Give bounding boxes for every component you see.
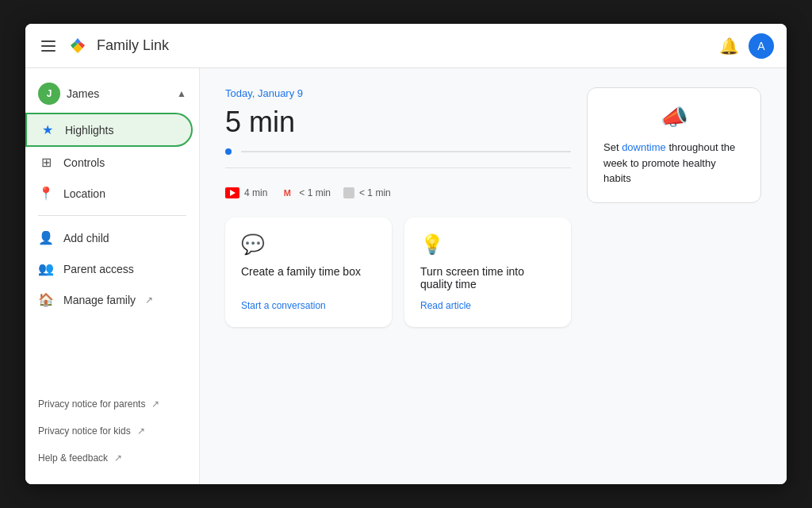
app-title: Family Link xyxy=(97,37,169,54)
suggestion-cards: 💬 Create a family time box Start a conve… xyxy=(225,217,571,327)
sidebar-divider xyxy=(38,215,186,216)
location-label: Location xyxy=(63,187,105,200)
privacy-parents-label: Privacy notice for parents xyxy=(38,398,145,410)
sidebar-help-feedback[interactable]: Help & feedback ↗ xyxy=(25,444,199,471)
content-left: Today, January 9 5 min 4 min xyxy=(225,87,571,340)
screen-time-quality-icon: 💡 xyxy=(420,233,555,256)
tip-card-text: Set downtime throughout the week to prom… xyxy=(603,140,745,187)
family-time-box-action[interactable]: Start a conversation xyxy=(241,300,376,311)
notification-bell-icon[interactable]: 🔔 xyxy=(719,37,739,56)
sidebar-item-add-child[interactable]: 👤 Add child xyxy=(25,222,193,253)
gmail-usage: M < 1 min xyxy=(280,187,331,198)
highlights-icon: ★ xyxy=(40,122,56,137)
sidebar-item-location[interactable]: 📍 Location xyxy=(25,178,193,209)
family-time-box-card: 💬 Create a family time box Start a conve… xyxy=(225,217,392,327)
privacy-kids-label: Privacy notice for kids xyxy=(38,425,131,437)
other-time: < 1 min xyxy=(359,187,391,198)
top-bar-left: Family Link xyxy=(38,37,719,56)
gmail-time: < 1 min xyxy=(299,187,331,198)
app-window: Family Link 🔔 A J James ▲ ★ Highlights ⊞… xyxy=(25,24,787,484)
sidebar-item-highlights[interactable]: ★ Highlights xyxy=(25,113,193,147)
manage-family-label: Manage family xyxy=(63,294,136,306)
screen-time-quality-action[interactable]: Read article xyxy=(420,300,555,311)
james-avatar: J xyxy=(38,83,60,105)
help-label: Help & feedback xyxy=(38,452,108,464)
sidebar-privacy-kids[interactable]: Privacy notice for kids ↗ xyxy=(25,418,199,444)
youtube-icon xyxy=(225,187,239,198)
tip-card-megaphone-icon: 📣 xyxy=(603,104,745,130)
content-date: Today, January 9 xyxy=(225,87,571,99)
sidebar-item-manage-family[interactable]: 🏠 Manage family ↗ xyxy=(25,284,193,315)
parent-access-label: Parent access xyxy=(63,263,134,275)
james-name: James xyxy=(67,87,170,100)
family-time-box-icon: 💬 xyxy=(241,233,376,256)
privacy-parents-external-icon: ↗ xyxy=(151,398,159,410)
screen-time-quality-title: Turn screen time into quality time xyxy=(420,265,555,291)
privacy-kids-external-icon: ↗ xyxy=(137,425,145,437)
sidebar-item-controls[interactable]: ⊞ Controls xyxy=(25,147,193,178)
manage-family-external-link-icon: ↗ xyxy=(145,294,153,306)
screen-time-quality-card: 💡 Turn screen time into quality time Rea… xyxy=(404,217,571,327)
highlights-label: Highlights xyxy=(65,124,113,137)
location-icon: 📍 xyxy=(38,186,54,201)
add-child-label: Add child xyxy=(63,232,109,244)
youtube-time: 4 min xyxy=(244,187,267,198)
controls-icon: ⊞ xyxy=(38,155,54,170)
top-bar-right: 🔔 A xyxy=(719,33,774,59)
family-time-box-title: Create a family time box xyxy=(241,265,376,278)
gmail-icon: M xyxy=(280,187,294,198)
youtube-usage: 4 min xyxy=(225,187,267,198)
manage-family-icon: 🏠 xyxy=(38,292,54,307)
menu-button[interactable] xyxy=(38,37,59,55)
screen-time-display: 5 min xyxy=(225,106,571,139)
add-child-icon: 👤 xyxy=(38,230,54,245)
app-logo-icon xyxy=(68,37,87,56)
sidebar-footer: Privacy notice for parents ↗ Privacy not… xyxy=(25,384,199,478)
tip-card: 📣 Set downtime throughout the week to pr… xyxy=(587,87,761,203)
main-content: Today, January 9 5 min 4 min xyxy=(200,68,787,484)
parent-access-icon: 👥 xyxy=(38,261,54,276)
help-external-icon: ↗ xyxy=(114,452,122,464)
chevron-up-icon: ▲ xyxy=(177,88,186,99)
sidebar-privacy-parents[interactable]: Privacy notice for parents ↗ xyxy=(25,391,199,418)
main-layout: J James ▲ ★ Highlights ⊞ Controls 📍 Loca… xyxy=(25,68,787,484)
sidebar: J James ▲ ★ Highlights ⊞ Controls 📍 Loca… xyxy=(25,68,200,484)
other-usage: < 1 min xyxy=(343,187,391,198)
other-app-icon xyxy=(343,187,354,198)
user-avatar-button[interactable]: A xyxy=(749,33,774,59)
sidebar-item-parent-access[interactable]: 👥 Parent access xyxy=(25,253,193,284)
usage-bar xyxy=(225,148,571,168)
usage-apps: 4 min M < 1 min < 1 min xyxy=(225,187,571,198)
top-bar: Family Link 🔔 A xyxy=(25,24,787,68)
tip-text-before: Set xyxy=(603,141,622,153)
sidebar-user-james[interactable]: J James ▲ xyxy=(25,75,199,113)
tip-downtime-highlight: downtime xyxy=(622,141,666,153)
usage-dot xyxy=(225,148,232,155)
controls-label: Controls xyxy=(63,156,105,169)
usage-bar-line xyxy=(241,151,571,152)
